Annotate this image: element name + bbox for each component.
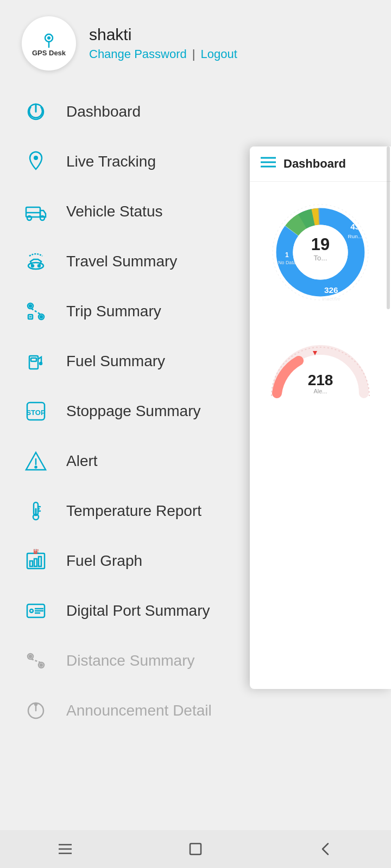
svg-point-25 bbox=[40, 316, 42, 318]
dashboard-header: Dashboard bbox=[250, 146, 391, 182]
sidebar-item-label: Announcement Detail bbox=[66, 702, 212, 719]
svg-point-17 bbox=[40, 216, 45, 220]
sidebar-item-label: Temperature Report bbox=[66, 502, 201, 520]
sidebar-item-label: Fuel Graph bbox=[66, 552, 142, 570]
scroll-indicator bbox=[387, 146, 390, 309]
sidebar-item-label: Alert bbox=[66, 452, 98, 470]
trip-pin-icon bbox=[22, 297, 50, 326]
svg-text:No Data: No Data bbox=[278, 260, 295, 265]
svg-rect-42 bbox=[30, 561, 33, 566]
svg-text:STOP: STOP bbox=[26, 409, 45, 417]
dashboard-title: Dashboard bbox=[283, 157, 346, 171]
svg-point-56 bbox=[35, 703, 37, 705]
logo-circle: GPS Desk bbox=[22, 16, 76, 71]
car-route-icon bbox=[22, 247, 50, 276]
hamburger-icon[interactable] bbox=[261, 156, 276, 171]
svg-text:218: 218 bbox=[308, 372, 333, 388]
fuel-graph-icon: ⛽ bbox=[22, 547, 50, 575]
svg-text:Ale...: Ale... bbox=[313, 388, 327, 394]
svg-point-12 bbox=[47, 36, 51, 40]
profile-area: GPS Desk shakti Change Password | Logout bbox=[0, 0, 391, 87]
svg-point-19 bbox=[28, 263, 43, 269]
sidebar-item-announcement-detail[interactable]: Announcement Detail bbox=[0, 686, 391, 736]
svg-point-21 bbox=[38, 265, 40, 267]
gps-pin-icon bbox=[40, 31, 58, 48]
distance-icon bbox=[22, 647, 50, 675]
svg-text:43: 43 bbox=[350, 222, 360, 231]
change-password-link[interactable]: Change Password bbox=[89, 47, 187, 61]
gauge-area: 218 Ale... bbox=[250, 328, 391, 415]
svg-text:19: 19 bbox=[311, 235, 330, 254]
profile-name: shakti bbox=[89, 25, 237, 44]
sidebar-item-label: Travel Summary bbox=[66, 253, 177, 270]
sidebar-item-label: Fuel Summary bbox=[66, 353, 165, 370]
power-icon bbox=[22, 98, 50, 126]
fuel-icon bbox=[22, 347, 50, 375]
svg-point-14 bbox=[34, 156, 38, 160]
svg-point-54 bbox=[40, 664, 42, 666]
link-divider: | bbox=[192, 47, 195, 61]
donut-chart-area: 19 To... 43 Run... 1 No Data 326 Inactiv… bbox=[250, 182, 391, 317]
logo-text: GPS Desk bbox=[32, 49, 66, 56]
svg-text:Run...: Run... bbox=[348, 233, 362, 239]
bottom-nav bbox=[0, 830, 391, 868]
svg-rect-44 bbox=[39, 557, 41, 566]
profile-info: shakti Change Password | Logout bbox=[89, 25, 237, 61]
thermometer-icon bbox=[22, 497, 50, 525]
gauge-chart: 218 Ale... bbox=[266, 339, 375, 404]
dashboard-content: 19 To... 43 Run... 1 No Data 326 Inactiv… bbox=[250, 182, 391, 415]
sidebar-item-label: Stoppage Summary bbox=[66, 403, 200, 420]
svg-point-52 bbox=[29, 655, 31, 658]
profile-links: Change Password | Logout bbox=[89, 47, 237, 61]
location-pin-icon bbox=[22, 148, 50, 176]
bottom-nav-menu[interactable] bbox=[49, 833, 81, 865]
digital-port-icon bbox=[22, 597, 50, 625]
sidebar-item-dashboard[interactable]: Dashboard bbox=[0, 87, 391, 137]
svg-text:⛽: ⛽ bbox=[33, 549, 40, 554]
alert-icon bbox=[22, 447, 50, 475]
svg-rect-29 bbox=[31, 358, 36, 361]
sidebar-item-label: Digital Port Summary bbox=[66, 602, 210, 620]
svg-point-34 bbox=[35, 467, 37, 468]
svg-text:1: 1 bbox=[285, 251, 289, 259]
bottom-nav-back[interactable] bbox=[310, 833, 342, 865]
truck-icon bbox=[22, 197, 50, 226]
sidebar-item-label: Vehicle Status bbox=[66, 203, 162, 220]
svg-text:326: 326 bbox=[324, 285, 338, 295]
announcement-icon bbox=[22, 697, 50, 725]
svg-point-20 bbox=[31, 265, 34, 267]
donut-chart: 19 To... 43 Run... 1 No Data 326 Inactiv… bbox=[255, 193, 386, 312]
sidebar-item-label: Distance Summary bbox=[66, 652, 195, 669]
svg-text:Inactive: Inactive bbox=[322, 296, 341, 302]
stop-icon: STOP bbox=[22, 397, 50, 425]
logout-link[interactable]: Logout bbox=[201, 47, 237, 61]
bottom-nav-home[interactable] bbox=[179, 833, 212, 865]
sidebar-item-label: Trip Summary bbox=[66, 303, 161, 320]
svg-rect-43 bbox=[34, 559, 37, 566]
sidebar-item-label: Dashboard bbox=[66, 103, 141, 120]
dashboard-panel: Dashboard 19 bbox=[250, 146, 391, 689]
svg-point-16 bbox=[27, 216, 31, 220]
sidebar-item-label: Live Tracking bbox=[66, 153, 156, 170]
svg-point-47 bbox=[30, 609, 33, 612]
svg-text:To...: To... bbox=[314, 254, 327, 262]
svg-point-23 bbox=[29, 305, 31, 307]
svg-rect-80 bbox=[190, 844, 201, 854]
